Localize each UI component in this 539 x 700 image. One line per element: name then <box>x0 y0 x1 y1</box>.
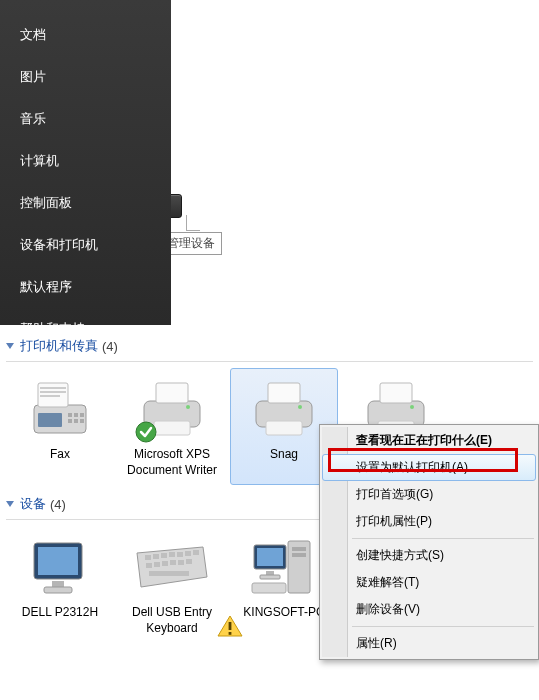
svg-rect-47 <box>257 548 283 566</box>
svg-rect-48 <box>266 571 274 575</box>
device-fax[interactable]: Fax <box>6 368 114 485</box>
svg-rect-6 <box>68 413 72 417</box>
device-label: Microsoft XPS Document Writer <box>121 447 223 478</box>
device-monitor[interactable]: DELL P2312H <box>6 526 114 643</box>
svg-rect-18 <box>268 383 300 403</box>
svg-rect-40 <box>178 560 184 565</box>
context-menu-separator <box>352 538 534 539</box>
device-keyboard[interactable]: Dell USB Entry Keyboard <box>118 526 226 643</box>
menu-computer[interactable]: 计算机 <box>0 142 171 180</box>
menu-label: 默认程序 <box>20 278 72 296</box>
svg-rect-9 <box>68 419 72 423</box>
svg-rect-11 <box>80 419 84 423</box>
cm-label: 打印机属性(P) <box>356 514 432 528</box>
svg-point-15 <box>186 405 190 409</box>
svg-rect-45 <box>292 553 306 557</box>
warning-badge-icon <box>216 614 244 638</box>
device-xps-writer[interactable]: Microsoft XPS Document Writer <box>118 368 226 485</box>
svg-rect-10 <box>74 419 78 423</box>
category-label: 设备 <box>20 495 46 513</box>
keyboard-icon <box>133 531 211 603</box>
svg-rect-29 <box>145 555 151 560</box>
svg-rect-54 <box>229 622 232 630</box>
svg-rect-31 <box>161 553 167 558</box>
svg-rect-13 <box>156 383 188 403</box>
svg-rect-3 <box>40 391 66 393</box>
device-label: Snag <box>270 447 298 463</box>
menu-label: 控制面板 <box>20 194 72 212</box>
svg-point-20 <box>298 405 302 409</box>
svg-rect-28 <box>44 587 72 593</box>
category-count: (4) <box>50 497 66 512</box>
device-label: KINGSOFT-PC <box>243 605 324 621</box>
svg-point-16 <box>136 422 156 442</box>
menu-pictures[interactable]: 图片 <box>0 58 171 96</box>
menu-default-programs[interactable]: 默认程序 <box>0 268 171 306</box>
cm-label: 创建快捷方式(S) <box>356 548 444 562</box>
svg-rect-49 <box>260 575 280 579</box>
fax-icon <box>21 373 99 445</box>
menu-music[interactable]: 音乐 <box>0 100 171 138</box>
chevron-down-icon <box>6 501 14 507</box>
cm-printer-properties[interactable]: 打印机属性(P) <box>322 508 536 535</box>
cm-remove-device[interactable]: 删除设备(V) <box>322 596 536 623</box>
menu-label: 设备和打印机 <box>20 236 98 254</box>
start-menu-panel: 文档 图片 音乐 计算机 控制面板 设备和打印机 默认程序 帮助和支持 <box>0 0 171 325</box>
device-label: Fax <box>50 447 70 463</box>
menu-help-support[interactable]: 帮助和支持 <box>0 310 171 348</box>
device-label: Dell USB Entry Keyboard <box>121 605 223 636</box>
cm-create-shortcut[interactable]: 创建快捷方式(S) <box>322 542 536 569</box>
svg-rect-4 <box>40 395 60 397</box>
svg-rect-55 <box>229 632 232 635</box>
cm-label: 查看现在正在打印什么(E) <box>356 433 492 447</box>
svg-point-24 <box>410 405 414 409</box>
svg-rect-34 <box>185 551 191 556</box>
annotation-line <box>186 215 200 231</box>
svg-rect-37 <box>154 562 160 567</box>
context-menu-separator <box>352 626 534 627</box>
printer-icon <box>133 373 211 445</box>
menu-label: 帮助和支持 <box>20 320 85 338</box>
menu-label: 计算机 <box>20 152 59 170</box>
menu-label: 音乐 <box>20 110 46 128</box>
menu-label: 图片 <box>20 68 46 86</box>
cm-properties[interactable]: 属性(R) <box>322 630 536 657</box>
cm-label: 删除设备(V) <box>356 602 420 616</box>
checkmark-badge-icon <box>135 421 157 443</box>
svg-rect-38 <box>162 561 168 566</box>
svg-rect-41 <box>186 559 192 564</box>
svg-rect-42 <box>149 571 189 576</box>
cm-troubleshoot[interactable]: 疑难解答(T) <box>322 569 536 596</box>
annotation-highlight-set-default <box>328 448 518 472</box>
menu-control-panel[interactable]: 控制面板 <box>0 184 171 222</box>
cm-label: 疑难解答(T) <box>356 575 419 589</box>
svg-rect-44 <box>292 547 306 551</box>
svg-rect-32 <box>169 552 175 557</box>
menu-devices-printers[interactable]: 设备和打印机 <box>0 226 171 264</box>
monitor-icon <box>21 531 99 603</box>
cm-label: 打印首选项(G) <box>356 487 433 501</box>
cm-printing-preferences[interactable]: 打印首选项(G) <box>322 481 536 508</box>
svg-rect-33 <box>177 552 183 557</box>
svg-rect-22 <box>380 383 412 403</box>
svg-rect-19 <box>266 421 302 435</box>
svg-rect-5 <box>38 413 62 427</box>
svg-rect-39 <box>170 560 176 565</box>
svg-rect-7 <box>74 413 78 417</box>
svg-rect-14 <box>154 421 190 435</box>
svg-rect-26 <box>38 547 78 575</box>
svg-rect-36 <box>146 563 152 568</box>
svg-rect-27 <box>52 581 64 587</box>
svg-rect-35 <box>193 550 199 555</box>
cm-label: 属性(R) <box>356 636 397 650</box>
svg-rect-8 <box>80 413 84 417</box>
svg-rect-50 <box>252 583 286 593</box>
svg-rect-30 <box>153 554 159 559</box>
device-label: DELL P2312H <box>22 605 98 621</box>
menu-label: 文档 <box>20 26 46 44</box>
menu-documents[interactable]: 文档 <box>0 16 171 54</box>
svg-rect-2 <box>40 387 66 389</box>
printer-icon <box>245 373 323 445</box>
computer-icon <box>245 531 323 603</box>
